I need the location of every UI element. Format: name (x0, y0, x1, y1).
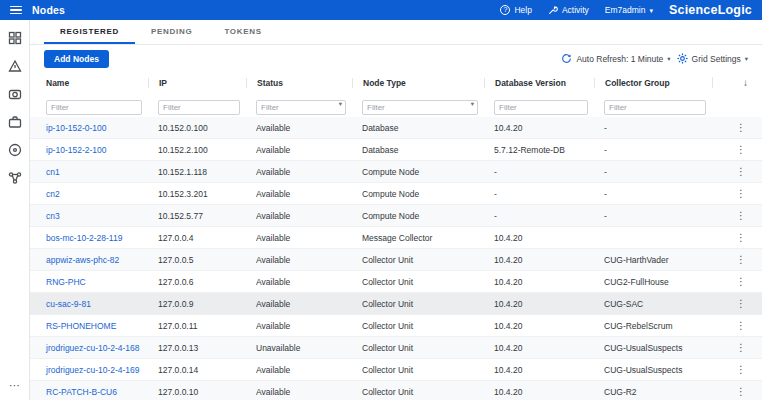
node-name-link[interactable]: ip-10-152-2-100 (46, 145, 106, 155)
tab-tokens[interactable]: TOKENS (208, 20, 277, 44)
node-name-link[interactable]: bos-mc-10-2-28-119 (46, 233, 122, 243)
node-name-link[interactable]: cn2 (46, 189, 60, 199)
row-actions-kebab-icon[interactable]: ⋮ (734, 254, 748, 265)
top-bar: Nodes ? Help Activity Em7admin ▾ Science… (0, 0, 762, 20)
user-menu[interactable]: Em7admin ▾ (605, 5, 653, 15)
node-ip: 10.152.2.100 (148, 145, 246, 155)
toolbar: Add Nodes Auto Refresh: 1 Minute ▾ (30, 45, 762, 72)
sidebar-item-business-services[interactable] (7, 114, 22, 129)
node-name-link[interactable]: RC-PATCH-B-CU6 (46, 387, 117, 397)
row-actions-kebab-icon[interactable]: ⋮ (734, 386, 748, 397)
node-ip: 10.152.1.118 (148, 167, 246, 177)
auto-refresh-label: Auto Refresh: 1 Minute (576, 54, 663, 64)
node-name-link[interactable]: cn1 (46, 167, 60, 177)
briefcase-icon (8, 115, 22, 129)
sidebar-item-events[interactable] (7, 58, 22, 73)
column-header-name[interactable]: Name (30, 78, 148, 88)
sidebar-item-machine-learning[interactable] (7, 142, 22, 157)
camera-icon (8, 87, 22, 101)
column-header-database-version[interactable]: Database Version (484, 78, 594, 88)
node-name-link[interactable]: jrodriguez-cu-10-2-4-169 (46, 365, 140, 375)
node-database-version: 10.4.20 (484, 343, 594, 353)
row-actions-kebab-icon[interactable]: ⋮ (734, 276, 748, 287)
node-collector-group: CUG-UsualSuspects (594, 365, 712, 375)
row-actions-kebab-icon[interactable]: ⋮ (734, 232, 748, 243)
node-type: Database (352, 123, 484, 133)
download-icon[interactable]: ↓ (743, 77, 748, 88)
node-collector-group: CUG-RebelScrum (594, 321, 712, 331)
node-database-version: 10.4.20 (484, 255, 594, 265)
add-nodes-button[interactable]: Add Nodes (44, 50, 109, 68)
filter-select-node-type[interactable] (362, 100, 478, 115)
table-row: jrodriguez-cu-10-2-4-168 127.0.0.13 Unav… (30, 337, 762, 359)
row-actions-kebab-icon[interactable]: ⋮ (734, 364, 748, 375)
node-status: Available (246, 167, 352, 177)
table-row: RNG-PHC 127.0.0.6 Available Collector Un… (30, 271, 762, 293)
filter-input-ip[interactable] (158, 100, 240, 115)
row-actions-kebab-icon[interactable]: ⋮ (734, 166, 748, 177)
node-database-version: 10.4.20 (484, 365, 594, 375)
activity-label: Activity (562, 5, 589, 15)
node-name-link[interactable]: cu-sac-9-81 (46, 299, 91, 309)
row-actions-kebab-icon[interactable]: ⋮ (734, 298, 748, 309)
tab-pending[interactable]: PENDING (135, 20, 208, 44)
tab-registered[interactable]: REGISTERED (44, 20, 135, 44)
node-database-version: 10.4.20 (484, 299, 594, 309)
node-ip: 127.0.0.6 (148, 277, 246, 287)
sidebar-more-icon[interactable]: ⋯ (9, 379, 20, 392)
node-status: Available (246, 233, 352, 243)
row-actions-kebab-icon[interactable]: ⋮ (734, 188, 748, 199)
node-status: Available (246, 321, 352, 331)
table-header-row: Name IP Status Node Type Database Versio… (30, 72, 762, 93)
node-status: Available (246, 365, 352, 375)
table-row: ip-10-152-2-100 10.152.2.100 Available D… (30, 139, 762, 161)
node-name-link[interactable]: jrodriguez-cu-10-2-4-168 (46, 343, 140, 353)
filter-input-database-version[interactable] (494, 100, 588, 115)
node-type: Collector Unit (352, 299, 484, 309)
auto-refresh-control[interactable]: Auto Refresh: 1 Minute ▾ (561, 53, 670, 64)
hamburger-menu-icon[interactable] (10, 6, 22, 15)
node-name-link[interactable]: RS-PHONEHOME (46, 321, 116, 331)
node-name-link[interactable]: cn3 (46, 211, 60, 221)
row-actions-kebab-icon[interactable]: ⋮ (734, 210, 748, 221)
sciencelogic-logo: ScienceLogic (669, 3, 752, 17)
help-button[interactable]: ? Help (500, 5, 531, 15)
activity-button[interactable]: Activity (548, 5, 589, 15)
node-collector-group: - (594, 211, 712, 221)
sidebar-item-dashboards[interactable] (7, 30, 22, 45)
node-collector-group: - (594, 123, 712, 133)
row-actions-kebab-icon[interactable]: ⋮ (734, 320, 748, 331)
node-status: Available (246, 211, 352, 221)
node-collector-group: - (594, 189, 712, 199)
node-name-link[interactable]: ip-10-152-0-100 (46, 123, 106, 133)
chevron-down-icon: ▾ (339, 100, 342, 108)
node-collector-group: CUG-R2 (594, 387, 712, 397)
column-header-collector-group[interactable]: Collector Group (594, 78, 712, 88)
chevron-down-icon: ▾ (649, 7, 653, 14)
row-actions-kebab-icon[interactable]: ⋮ (734, 122, 748, 133)
warning-triangle-icon (8, 59, 22, 73)
node-type: Compute Node (352, 211, 484, 221)
column-header-node-type[interactable]: Node Type (352, 78, 484, 88)
filter-input-collector-group[interactable] (604, 100, 706, 115)
node-collector-group: CUG-UsualSuspects (594, 343, 712, 353)
node-type: Collector Unit (352, 387, 484, 397)
node-status: Available (246, 255, 352, 265)
column-header-ip[interactable]: IP (148, 78, 246, 88)
grid-settings-label: Grid Settings (692, 54, 741, 64)
node-status: Available (246, 189, 352, 199)
node-ip: 127.0.0.9 (148, 299, 246, 309)
column-header-status[interactable]: Status (246, 78, 352, 88)
wrench-icon (548, 5, 558, 15)
sidebar-item-maps[interactable] (7, 170, 22, 185)
row-actions-kebab-icon[interactable]: ⋮ (734, 342, 748, 353)
node-collector-group: CUG-HarthVader (594, 255, 712, 265)
row-actions-kebab-icon[interactable]: ⋮ (734, 144, 748, 155)
node-name-link[interactable]: appwiz-aws-phc-82 (46, 255, 119, 265)
node-name-link[interactable]: RNG-PHC (46, 277, 86, 287)
node-status: Available (246, 123, 352, 133)
sidebar-item-devices[interactable] (7, 86, 22, 101)
filter-select-status[interactable] (256, 100, 346, 115)
filter-input-name[interactable] (46, 100, 142, 115)
grid-settings-control[interactable]: Grid Settings ▾ (677, 53, 748, 64)
